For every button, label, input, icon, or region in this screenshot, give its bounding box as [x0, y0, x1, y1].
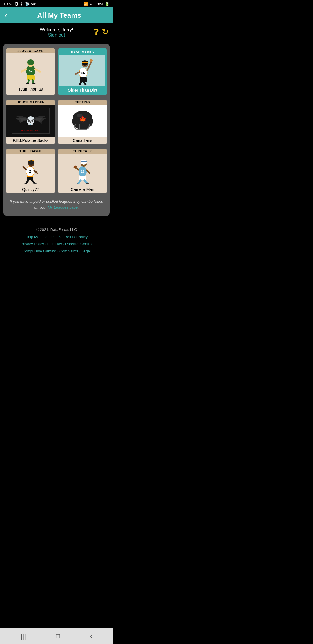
team-card-6[interactable]: TURF TALK 28: [58, 149, 107, 193]
svg-text:52: 52: [29, 69, 33, 73]
team-card-1[interactable]: 4LOVEOFGAME 52: [6, 48, 55, 95]
welcome-area: Welcome, Jerry! Sign out ? ↻: [0, 23, 113, 41]
team-name-1: Team thomas: [6, 85, 55, 93]
league-label-3: HOUSE MADDEN: [6, 100, 55, 105]
svg-text:28: 28: [81, 170, 84, 173]
helmet-svg: 🍁: [70, 109, 96, 132]
svg-text:85: 85: [81, 71, 85, 75]
refund-policy-link[interactable]: Refund Policy: [64, 235, 88, 239]
svg-point-14: [82, 60, 88, 66]
svg-line-51: [78, 180, 81, 184]
footer: © 2021, DataForce, LLC Help Me · Contact…: [0, 222, 113, 261]
skull-text: HOUSE MADDEN: [21, 129, 40, 132]
fair-play-link[interactable]: Fair Play: [47, 242, 62, 246]
team-card-5[interactable]: THE LEAGUE 2: [6, 149, 55, 193]
wifi-icon: 📶: [83, 2, 88, 6]
team-name-4: Canadians: [58, 137, 107, 144]
parental-control-link[interactable]: Parental Control: [65, 242, 92, 246]
unpaid-period: .: [78, 205, 79, 209]
team-image-5: 2: [6, 154, 55, 186]
header: ‹ All My Teams: [0, 7, 113, 23]
svg-text:🍁: 🍁: [79, 115, 87, 123]
svg-point-18: [90, 59, 93, 62]
status-bar: 10:57 🖼 🎙 📡 50° 📶 4G 76% 🔋: [0, 0, 113, 7]
league-label-2: HASH MARKS: [59, 49, 105, 55]
sign-out-button[interactable]: Sign out: [48, 32, 65, 38]
status-left: 10:57 🖼 🎙 📡 50°: [3, 2, 37, 6]
svg-line-49: [87, 170, 90, 173]
help-me-link[interactable]: Help Me: [26, 235, 39, 239]
time: 10:57: [3, 2, 13, 6]
wings-svg: [13, 112, 48, 129]
my-leagues-link[interactable]: My Leagues page: [48, 205, 78, 209]
team-card-2[interactable]: HASH MARKS 85: [58, 48, 107, 95]
team-name-3: P.E.I.Potatoe Sacks: [6, 137, 55, 144]
league-label-4: TESTING: [58, 100, 107, 105]
team-image-6: 28: [58, 154, 107, 186]
help-icon[interactable]: ?: [94, 27, 99, 37]
league-label-1: 4LOVEOFGAME: [6, 48, 55, 53]
gallery-icon: 🖼: [14, 2, 18, 6]
battery: 76%: [96, 2, 103, 6]
signal-icon: 4G: [90, 2, 94, 6]
svg-rect-47: [79, 176, 86, 180]
svg-line-37: [34, 170, 37, 173]
podcast-icon: 🎙: [20, 2, 23, 6]
team-name-2: Older Than Dirt: [59, 86, 105, 94]
svg-line-6: [35, 69, 40, 72]
player-svg-6: 28: [71, 155, 94, 184]
svg-line-39: [32, 180, 35, 184]
compulsive-gaming-link[interactable]: Compulsive Gaming: [22, 249, 56, 253]
svg-point-3: [27, 59, 34, 65]
complaints-link[interactable]: Complaints: [59, 249, 78, 253]
team-name-5: Quincy77: [6, 186, 55, 193]
status-right: 📶 4G 76% 🔋: [83, 2, 110, 6]
svg-line-20: [79, 82, 81, 85]
cast-icon: 📡: [25, 2, 30, 6]
top-icons: ? ↻: [94, 27, 108, 37]
svg-line-21: [84, 82, 86, 85]
team-name-6: Camera Man: [58, 186, 107, 193]
footer-links-row2: Privacy Policy · Fair Play · Parental Co…: [5, 240, 108, 248]
refresh-icon[interactable]: ↻: [102, 27, 108, 37]
contact-us-link[interactable]: Contact Us: [43, 235, 61, 239]
skull-wings-graphic: 💀 HOUSE MADDEN: [12, 108, 50, 134]
player-svg-1: 52: [19, 55, 42, 84]
svg-point-45: [81, 160, 87, 165]
temperature: 50°: [31, 2, 37, 6]
main-card: 4LOVEOFGAME 52: [3, 44, 110, 216]
svg-line-38: [26, 180, 28, 184]
footer-copyright: © 2021, DataForce, LLC: [5, 226, 108, 234]
back-button[interactable]: ‹: [5, 11, 7, 20]
league-label-5: THE LEAGUE: [6, 149, 55, 154]
team-image-2: 85: [59, 55, 105, 86]
svg-line-36: [23, 167, 26, 170]
footer-links-row3: Compulsive Gaming · Complaints · Legal: [5, 248, 108, 255]
svg-line-5: [21, 69, 26, 72]
team-image-3: 💀 HOUSE MADDEN: [6, 105, 55, 137]
footer-links-row1: Help Me · Contact Us · Refund Policy: [5, 234, 108, 241]
svg-text:2: 2: [29, 169, 31, 173]
team-card-3[interactable]: HOUSE MADDEN 💀 HOUSE MADDEN P.E.I.Potato…: [6, 100, 55, 144]
helmet-graphic: 🍁: [70, 108, 96, 134]
unpaid-notice: If you have unpaid or unfilled leagues t…: [6, 199, 107, 210]
privacy-policy-link[interactable]: Privacy Policy: [21, 242, 44, 246]
welcome-text: Welcome, Jerry!: [40, 27, 73, 32]
team-image-1: 52: [6, 53, 55, 85]
legal-link[interactable]: Legal: [81, 249, 91, 253]
svg-line-52: [84, 180, 87, 184]
player-svg-2: 85: [71, 56, 94, 85]
team-image-4: 🍁: [58, 105, 107, 137]
player-svg-5: 2: [19, 155, 42, 184]
svg-rect-4: [27, 75, 35, 80]
page-title: All My Teams: [10, 11, 108, 19]
teams-grid: 4LOVEOFGAME 52: [6, 48, 107, 193]
team-card-4[interactable]: TESTING 🍁: [58, 100, 107, 144]
league-label-6: TURF TALK: [58, 149, 107, 154]
battery-icon: 🔋: [105, 2, 110, 6]
